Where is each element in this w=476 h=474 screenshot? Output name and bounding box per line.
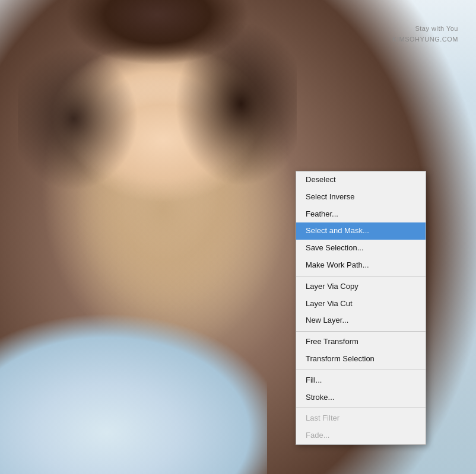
menu-separator	[296, 408, 426, 408]
menu-item-layer-via-cut[interactable]: Layer Via Cut	[296, 295, 426, 313]
menu-item-deselect[interactable]: Deselect	[296, 171, 426, 189]
menu-item-feather[interactable]: Feather...	[296, 206, 426, 223]
menu-item-fill[interactable]: Fill...	[296, 372, 426, 389]
menu-separator	[296, 331, 426, 332]
menu-item-transform-selection[interactable]: Transform Selection	[296, 351, 426, 368]
menu-item-free-transform[interactable]: Free Transform	[296, 333, 426, 351]
outfit-layer	[0, 266, 267, 474]
menu-separator	[296, 276, 426, 276]
menu-item-layer-via-copy[interactable]: Layer Via Copy	[296, 278, 426, 295]
menu-item-fade: Fade...	[296, 427, 426, 444]
menu-item-save-selection[interactable]: Save Selection...	[296, 240, 426, 257]
menu-item-make-work-path[interactable]: Make Work Path...	[296, 257, 426, 274]
context-menu: DeselectSelect InverseFeather...Select a…	[296, 171, 426, 445]
menu-item-select-inverse[interactable]: Select Inverse	[296, 189, 426, 206]
menu-item-new-layer[interactable]: New Layer...	[296, 312, 426, 329]
hair-layer	[18, 0, 297, 297]
menu-separator	[296, 370, 426, 370]
menu-item-stroke[interactable]: Stroke...	[296, 389, 426, 406]
menu-item-select-and-mask[interactable]: Select and Mask...	[296, 222, 426, 240]
menu-item-last-filter: Last Filter	[296, 410, 426, 427]
